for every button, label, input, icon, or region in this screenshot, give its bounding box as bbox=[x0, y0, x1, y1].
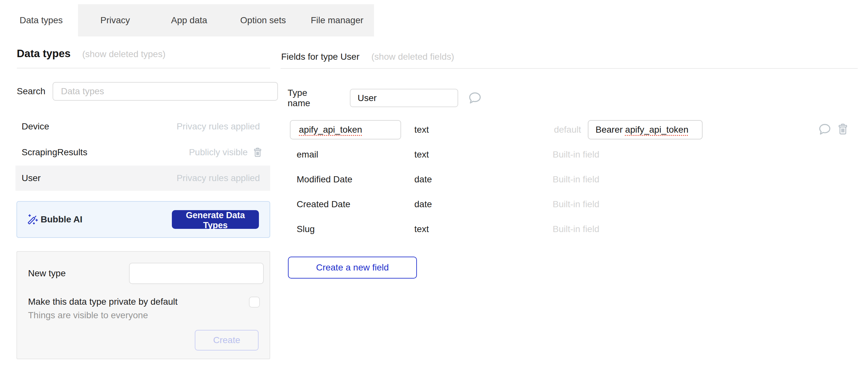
field-type-label: text bbox=[414, 220, 429, 239]
fields-header: Fields for type User (show deleted field… bbox=[281, 52, 454, 62]
field-row-created-date: Created DatedateBuilt-in field bbox=[281, 195, 858, 214]
private-by-default-label: Make this data type private by default bbox=[28, 297, 178, 307]
privacy-status-label: Privacy rules applied bbox=[177, 121, 260, 132]
right-panel-divider bbox=[281, 68, 858, 69]
field-name-label: Modified Date bbox=[297, 170, 352, 189]
field-type-label: text bbox=[414, 145, 429, 164]
search-label: Search bbox=[17, 82, 45, 101]
tab-app-data[interactable]: App data bbox=[152, 4, 226, 36]
bubble-ai-label: Bubble AI bbox=[41, 202, 83, 237]
builtin-field-label: Built-in field bbox=[553, 220, 599, 239]
data-type-name: Device bbox=[22, 121, 49, 132]
data-type-row-user[interactable]: UserPrivacy rules applied bbox=[16, 166, 270, 191]
new-type-panel: New type Make this data type private by … bbox=[17, 251, 270, 359]
private-by-default-checkbox[interactable] bbox=[249, 297, 260, 308]
show-deleted-types-link[interactable]: (show deleted types) bbox=[82, 49, 165, 59]
field-type-label: date bbox=[414, 195, 432, 214]
page-title: Data types bbox=[17, 48, 71, 60]
privacy-status-label: Privacy rules applied bbox=[177, 173, 260, 183]
fields-title: Fields for type User bbox=[281, 52, 360, 62]
field-row-email: emailtextBuilt-in field bbox=[281, 145, 858, 164]
wand-sparkles-icon bbox=[26, 213, 39, 226]
data-type-name: User bbox=[22, 173, 41, 183]
comment-bubble-icon[interactable] bbox=[818, 122, 832, 137]
field-row-modified-date: Modified DatedateBuilt-in field bbox=[281, 170, 858, 189]
left-panel-divider bbox=[17, 68, 270, 68]
default-label: default bbox=[529, 120, 581, 140]
builtin-field-label: Built-in field bbox=[553, 170, 599, 189]
visibility-hint: Things are visible to everyone bbox=[28, 310, 148, 320]
search-row: Search bbox=[17, 82, 270, 101]
field-row-slug: SlugtextBuilt-in field bbox=[281, 220, 858, 239]
new-type-input[interactable] bbox=[129, 263, 264, 284]
builtin-field-label: Built-in field bbox=[553, 195, 599, 214]
field-default-input[interactable]: Bearer apify_api_token bbox=[588, 120, 703, 140]
field-type-label: date bbox=[414, 170, 432, 189]
tab-privacy[interactable]: Privacy bbox=[78, 4, 152, 36]
create-new-field-button[interactable]: Create a new field bbox=[288, 257, 417, 279]
generate-data-types-button[interactable]: Generate Data Types bbox=[172, 210, 259, 229]
new-type-label: New type bbox=[28, 263, 66, 284]
default-value-token: apify_api_token bbox=[625, 124, 688, 135]
type-name-input[interactable] bbox=[350, 89, 458, 107]
data-type-row-device[interactable]: DevicePrivacy rules applied bbox=[16, 114, 270, 139]
bubble-data-tab-page: Data typesPrivacyApp dataOption setsFile… bbox=[0, 0, 868, 377]
trash-icon[interactable] bbox=[252, 147, 263, 158]
search-input[interactable] bbox=[53, 82, 278, 101]
field-name-label: email bbox=[297, 145, 318, 164]
show-deleted-fields-link[interactable]: (show deleted fields) bbox=[371, 52, 454, 62]
field-name-value: apify_api_token bbox=[299, 124, 362, 135]
data-type-name: ScrapingResults bbox=[22, 147, 87, 157]
tab-data-types[interactable]: Data types bbox=[4, 4, 78, 36]
data-types-header: Data types (show deleted types) bbox=[17, 48, 270, 60]
field-name-input[interactable]: apify_api_token bbox=[290, 120, 401, 140]
bubble-ai-panel: Bubble AI Generate Data Types bbox=[17, 201, 270, 238]
builtin-field-label: Built-in field bbox=[553, 145, 599, 164]
field-name-label: Created Date bbox=[297, 195, 350, 214]
field-name-label: Slug bbox=[297, 220, 315, 239]
tab-option-sets[interactable]: Option sets bbox=[226, 4, 300, 36]
field-type-label: text bbox=[414, 120, 429, 140]
data-section-tabbar: Data typesPrivacyApp dataOption setsFile… bbox=[4, 4, 374, 36]
create-type-button[interactable]: Create bbox=[195, 330, 258, 351]
type-name-label: Type name bbox=[288, 89, 310, 107]
trash-icon[interactable] bbox=[836, 123, 849, 136]
field-row-apify_api_token: apify_api_tokentextdefaultBearer apify_a… bbox=[281, 120, 858, 140]
comment-bubble-icon[interactable] bbox=[468, 91, 483, 106]
default-value-prefix: Bearer bbox=[595, 124, 625, 135]
privacy-status-label: Publicly visible bbox=[189, 147, 248, 157]
tab-file-manager[interactable]: File manager bbox=[300, 4, 374, 36]
data-type-row-scrapingresults[interactable]: ScrapingResultsPublicly visible bbox=[16, 140, 270, 165]
